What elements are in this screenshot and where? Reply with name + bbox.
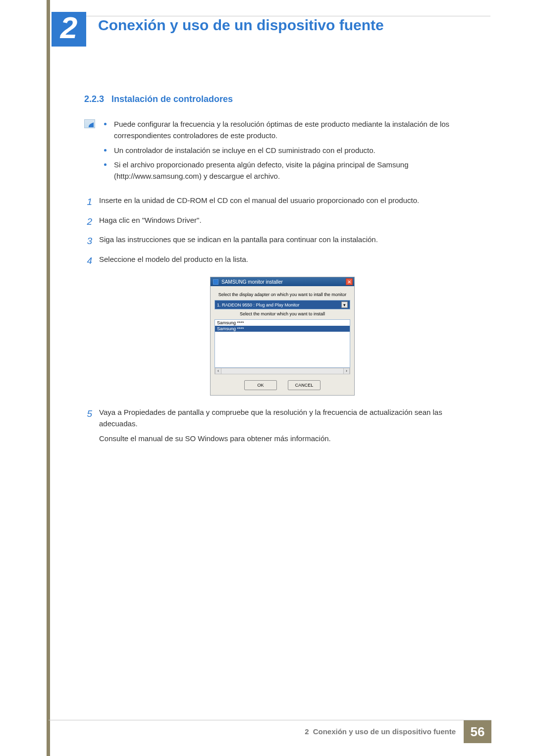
page-content: 2.2.3 Instalación de controladores Puede… (84, 94, 481, 449)
step-number: 5 (84, 406, 92, 421)
steps-list-continued: 5 Vaya a Propiedades de pantalla y compr… (84, 406, 481, 444)
section-number: 2.2.3 (84, 94, 104, 104)
chevron-down-icon[interactable]: ▾ (341, 302, 348, 308)
horizontal-scrollbar[interactable]: ‹ › (214, 368, 350, 374)
scroll-right-icon[interactable]: › (343, 368, 350, 374)
note-item: Puede configurar la frecuencia y la reso… (114, 118, 481, 142)
step-text: Seleccione el modelo del producto en la … (99, 253, 481, 265)
chapter-title: Conexión y uso de un dispositivo fuente (98, 17, 384, 34)
step-text: Inserte en la unidad de CD-ROM el CD con… (99, 195, 481, 206)
footer-chapter-label: 2 Conexión y uso de un dispositivo fuent… (305, 720, 464, 743)
close-icon[interactable]: ✕ (346, 278, 353, 285)
dialog-buttons: OK CANCEL (214, 380, 350, 390)
footer-chapter-title: Conexión y uso de un dispositivo fuente (313, 727, 456, 736)
page-footer: 2 Conexión y uso de un dispositivo fuent… (49, 720, 491, 743)
note-list: Puede configurar la frecuencia y la reso… (102, 118, 481, 185)
step: 1 Inserte en la unidad de CD-ROM el CD c… (84, 195, 481, 209)
page-number-badge: 56 (464, 720, 491, 743)
cancel-button[interactable]: CANCEL (288, 380, 321, 390)
adapter-instruction: Select the display adapter on which you … (214, 292, 350, 297)
step: 4 Seleccione el modelo del producto en l… (84, 253, 481, 268)
installer-dialog: SAMSUNG monitor installer ✕ Select the d… (210, 277, 355, 396)
list-item[interactable]: Samsung **** (215, 320, 350, 326)
step-number: 4 (84, 253, 92, 268)
step: 2 Haga clic en "Windows Driver". (84, 214, 481, 229)
steps-list: 1 Inserte en la unidad de CD-ROM el CD c… (84, 195, 481, 268)
list-item[interactable]: Samsung **** (215, 326, 350, 332)
note-item: Un controlador de instalación se incluye… (114, 145, 481, 156)
step-number: 3 (84, 234, 92, 248)
chapter-number-badge: 2 (52, 12, 86, 47)
monitor-instruction: Select the monitor which you want to ins… (214, 311, 350, 316)
installer-title: SAMSUNG monitor installer (221, 279, 283, 285)
step-text-main: Vaya a Propiedades de pantalla y comprue… (99, 408, 442, 428)
adapter-dropdown-value: 1. RADEON 9550 : Plug and Play Monitor (217, 302, 300, 307)
side-accent-strip (47, 0, 50, 756)
footer-chapter-number: 2 (305, 727, 309, 736)
step-extra-text: Consulte el manual de su SO Windows para… (99, 433, 481, 444)
scroll-left-icon[interactable]: ‹ (215, 368, 221, 374)
installer-body: Select the display adapter on which you … (211, 286, 354, 395)
step-text: Haga clic en "Windows Driver". (99, 214, 481, 226)
installer-titlebar: SAMSUNG monitor installer ✕ (211, 277, 354, 286)
step: 3 Siga las instrucciones que se indican … (84, 234, 481, 248)
section-title: Instalación de controladores (111, 94, 233, 104)
step-text: Vaya a Propiedades de pantalla y comprue… (99, 406, 481, 444)
header-rule (78, 16, 490, 16)
step-number: 2 (84, 214, 92, 229)
note-block: Puede configurar la frecuencia y la reso… (84, 118, 481, 185)
note-item: Si el archivo proporcionado presenta alg… (114, 159, 481, 182)
section-heading: 2.2.3 Instalación de controladores (84, 94, 481, 104)
step-number: 1 (84, 195, 92, 209)
app-icon (213, 279, 218, 285)
step-text: Siga las instrucciones que se indican en… (99, 234, 481, 245)
ok-button[interactable]: OK (244, 380, 277, 390)
monitor-listbox[interactable]: Samsung **** Samsung **** (214, 319, 350, 368)
adapter-dropdown[interactable]: 1. RADEON 9550 : Plug and Play Monitor ▾ (214, 300, 350, 309)
note-icon (84, 119, 95, 128)
step: 5 Vaya a Propiedades de pantalla y compr… (84, 406, 481, 444)
